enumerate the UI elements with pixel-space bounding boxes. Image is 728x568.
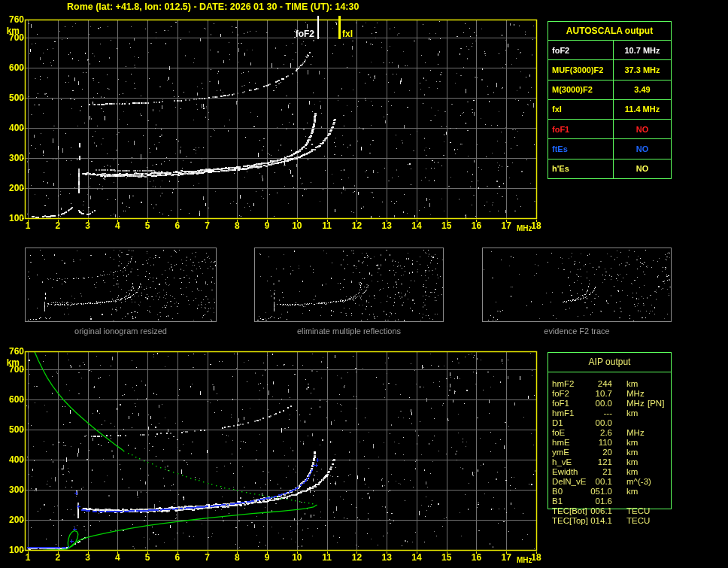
y-tick-label: 400 xyxy=(2,123,24,133)
aip-row-ewidth: Ewidth21km xyxy=(548,467,672,477)
x-tick-label: 4 xyxy=(108,552,127,563)
parameter-unit: m^(-3) xyxy=(626,477,651,486)
y-tick-label: 760 xyxy=(2,14,24,25)
parameter-value: 37.3 MHz xyxy=(614,60,671,79)
x-tick-label: 9 xyxy=(257,220,277,231)
y-tick-label: 100 xyxy=(2,213,24,223)
parameter-unit: MHz xyxy=(626,428,645,437)
y-tick-label: 760 xyxy=(2,346,24,357)
parameter-unit: MHz xyxy=(626,389,645,398)
x-tick-label: 11 xyxy=(317,220,337,231)
aip-table-header-divider xyxy=(548,372,671,372)
foF2-marker-label: foF2 xyxy=(296,29,314,39)
x-tick-label: 15 xyxy=(437,552,457,563)
y-tick-label: 400 xyxy=(2,454,24,465)
parameter-label: ftEs xyxy=(548,139,614,158)
parameter-value: 01.6 xyxy=(567,497,612,506)
aip-row-deln-ve: DelN_vE00.1m^(-3) xyxy=(548,477,672,487)
aip-output-table: AIP output hmF2244kmfoF210.7MHzfoF100.0M… xyxy=(548,352,672,533)
thumbnail-caption-1: original ionogram resized xyxy=(25,327,217,336)
thumbnail-evidence-f2-trace xyxy=(482,248,672,322)
parameter-label: M(3000)F2 xyxy=(548,80,614,99)
parameter-note: [PN] xyxy=(648,399,664,408)
autoscala-table-body: foF210.7 MHzMUF(3000)F237.3 MHzM(3000)F2… xyxy=(548,41,671,178)
parameter-unit: km xyxy=(626,457,638,466)
parameter-unit: TECU xyxy=(626,506,650,515)
parameter-value: 00.1 xyxy=(567,477,612,486)
parameter-value: --- xyxy=(567,409,612,418)
y-tick-label: 300 xyxy=(2,153,24,163)
parameter-value: NO xyxy=(614,159,671,178)
parameter-value: 014.1 xyxy=(567,516,612,525)
x-tick-label: 12 xyxy=(347,552,366,563)
x-tick-label: 15 xyxy=(437,220,457,231)
aip-row-fof2: foF210.7MHz xyxy=(548,389,672,399)
aip-row-foe: foE2.6MHz xyxy=(548,428,672,438)
x-tick-label: 17 xyxy=(496,220,516,231)
y-tick-label: 300 xyxy=(2,484,24,495)
thumbnail-eliminate-reflections xyxy=(254,248,444,322)
x-axis-unit-label: MHz xyxy=(517,224,532,232)
parameter-value: NO xyxy=(614,139,671,158)
x-tick-label: 8 xyxy=(227,220,247,231)
parameter-unit: TECU xyxy=(626,516,650,525)
aip-row-tec-top-: TEC[Top]014.1TECU xyxy=(548,516,672,526)
thumbnail-caption-3: evidence F2 trace xyxy=(482,327,672,336)
autoscala-row-ftes: ftEsNO xyxy=(548,139,671,159)
aip-table-title: AIP output xyxy=(548,357,672,367)
y-tick-label: 200 xyxy=(2,183,24,193)
aip-row-yme: ymE20km xyxy=(548,448,672,457)
x-tick-label: 13 xyxy=(377,220,396,231)
autoscala-row-fof2: foF210.7 MHz xyxy=(548,41,671,60)
fxI-marker-label: fxI xyxy=(342,29,353,39)
x-axis-unit-label: MHz xyxy=(517,556,532,564)
parameter-label: MUF(3000)F2 xyxy=(548,60,614,79)
x-tick-label: 3 xyxy=(78,552,98,563)
autoscala-row-fxi: fxI11.4 MHz xyxy=(548,100,671,120)
parameter-unit: km xyxy=(626,467,638,476)
x-tick-label: 5 xyxy=(138,552,157,563)
autoscala-row-muf-3000-f2: MUF(3000)F237.3 MHz xyxy=(548,60,671,80)
parameter-value: 10.7 MHz xyxy=(614,41,671,59)
y-tick-label: 600 xyxy=(2,62,24,73)
autoscala-table-title: AUTOSCALA output xyxy=(548,22,671,41)
parameter-value: 2.6 xyxy=(567,428,612,437)
x-tick-label: 10 xyxy=(287,552,307,563)
x-tick-label: 13 xyxy=(377,552,396,563)
x-tick-label: 16 xyxy=(466,220,486,231)
aip-row-hmf1: hmF1---km xyxy=(548,409,672,418)
parameter-value: 00.0 xyxy=(567,418,612,427)
aip-row-b1: B101.6 xyxy=(548,497,672,506)
thumbnail-original-ionogram xyxy=(25,248,217,322)
y-axis-unit-label: km xyxy=(0,26,20,36)
parameter-unit: MHz xyxy=(626,399,645,408)
x-tick-label: 12 xyxy=(347,220,366,231)
parameter-value: 006.1 xyxy=(567,506,612,515)
aip-row-hmf2: hmF2244km xyxy=(548,379,672,389)
autoscala-screen: Rome (lat: +41.8, lon: 012.5) - DATE: 20… xyxy=(0,0,728,568)
y-tick-label: 500 xyxy=(2,93,24,103)
x-tick-label: 11 xyxy=(317,552,337,563)
y-tick-label: 200 xyxy=(2,515,24,525)
parameter-value: 051.0 xyxy=(567,487,612,496)
parameter-label: fxI xyxy=(548,100,614,119)
parameter-unit: km xyxy=(626,379,638,388)
x-tick-label: 5 xyxy=(138,220,157,231)
x-tick-label: 4 xyxy=(108,220,127,231)
thumbnail-caption-2: eliminate multiple reflections xyxy=(254,327,444,336)
parameter-value: 00.0 xyxy=(567,399,612,408)
parameter-label: h'Es xyxy=(548,159,614,178)
autoscala-row-fof1: foF1NO xyxy=(548,120,671,139)
aip-row-h-ve: h_vE121km xyxy=(548,457,672,467)
parameter-value: 244 xyxy=(567,379,612,388)
aip-row-tec-bot-: TEC[Bot]006.1TECU xyxy=(548,506,672,516)
parameter-value: 121 xyxy=(567,457,612,466)
parameter-label: D1 xyxy=(552,418,563,427)
autoscala-row-h-es: h'EsNO xyxy=(548,159,671,178)
parameter-value: 21 xyxy=(567,467,612,476)
x-tick-label: 14 xyxy=(407,220,426,231)
parameter-label: B0 xyxy=(552,487,563,496)
x-tick-label: 14 xyxy=(407,552,426,563)
parameter-label: foE xyxy=(552,428,565,437)
aip-row-fof1: foF100.0MHz[PN] xyxy=(548,399,672,409)
